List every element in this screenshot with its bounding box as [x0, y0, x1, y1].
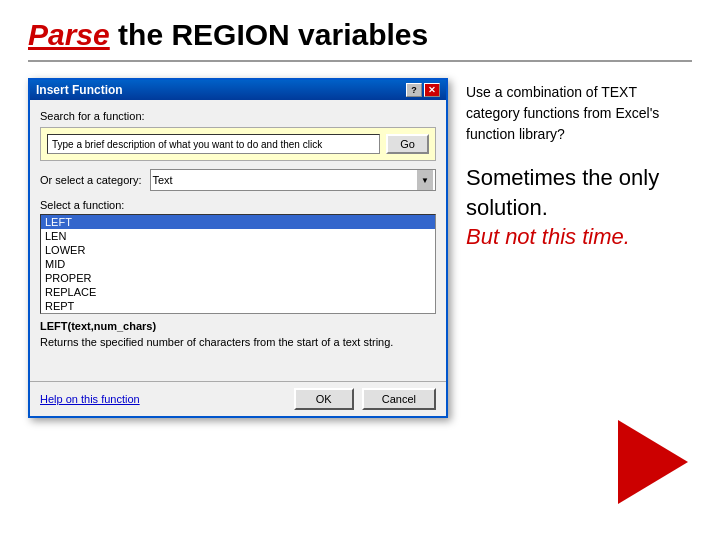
category-label: Or select a category:	[40, 174, 142, 186]
dialog-titlebar: Insert Function ? ✕	[30, 80, 446, 100]
dialog-title: Insert Function	[36, 83, 123, 97]
page: Parse the REGION variables Insert Functi…	[0, 0, 720, 540]
function-description: Returns the specified number of characte…	[40, 335, 436, 367]
title-divider	[28, 60, 692, 62]
dialog-close-button[interactable]: ✕	[424, 83, 440, 97]
title-area: Parse the REGION variables	[28, 18, 692, 52]
go-button[interactable]: Go	[386, 134, 429, 154]
category-select[interactable]: Text ▼	[150, 169, 437, 191]
dialog-body: Search for a function: Go Or select a ca…	[30, 100, 446, 381]
list-item[interactable]: LOWER	[41, 243, 435, 257]
bottom-note-line1: Sometimes the only solution.	[466, 165, 659, 220]
search-section: Go	[40, 127, 436, 161]
function-list-label: Select a function:	[40, 199, 436, 211]
dialog-help-button[interactable]: ?	[406, 83, 422, 97]
search-label: Search for a function:	[40, 110, 436, 122]
insert-function-dialog: Insert Function ? ✕ Search for a functio…	[28, 78, 448, 418]
top-note: Use a combination of TEXT category funct…	[466, 82, 692, 145]
help-link[interactable]: Help on this function	[40, 393, 140, 405]
list-item[interactable]: PROPER	[41, 271, 435, 285]
content-area: Insert Function ? ✕ Search for a functio…	[28, 78, 692, 418]
bottom-note: Sometimes the only solution. But not thi…	[466, 163, 692, 252]
list-item[interactable]: LEFT	[41, 215, 435, 229]
titlebar-buttons: ? ✕	[406, 83, 440, 97]
title-rest: the REGION variables	[110, 18, 428, 51]
category-value: Text	[153, 174, 173, 186]
arrow-container	[618, 420, 688, 504]
category-row: Or select a category: Text ▼	[40, 169, 436, 191]
right-arrow-icon	[618, 420, 688, 504]
function-signature: LEFT(text,num_chars)	[40, 320, 436, 332]
function-list[interactable]: LEFT LEN LOWER MID PROPER REPLACE REPT	[40, 214, 436, 314]
right-panel: Use a combination of TEXT category funct…	[466, 78, 692, 252]
dialog-footer: Help on this function OK Cancel	[30, 381, 446, 416]
list-item[interactable]: REPLACE	[41, 285, 435, 299]
ok-button[interactable]: OK	[294, 388, 354, 410]
list-item[interactable]: LEN	[41, 229, 435, 243]
bottom-note-line2: But not this time.	[466, 224, 630, 249]
list-item[interactable]: MID	[41, 257, 435, 271]
page-title: Parse the REGION variables	[28, 18, 428, 51]
category-dropdown-arrow[interactable]: ▼	[417, 170, 433, 190]
cancel-button[interactable]: Cancel	[362, 388, 436, 410]
title-parse: Parse	[28, 18, 110, 51]
search-input[interactable]	[47, 134, 380, 154]
footer-buttons: OK Cancel	[294, 388, 436, 410]
list-item[interactable]: REPT	[41, 299, 435, 313]
